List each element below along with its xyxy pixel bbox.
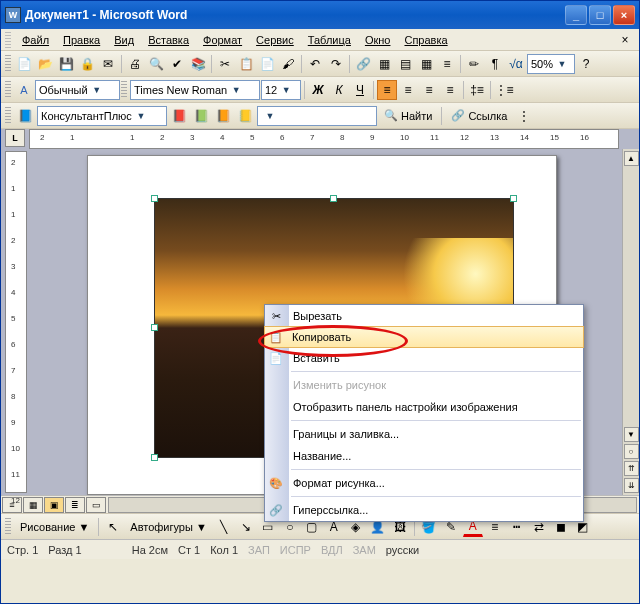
columns-button[interactable]: ≡ [437, 54, 457, 74]
tables-button[interactable]: ▦ [374, 54, 394, 74]
consultant-more[interactable]: ⋮ [514, 106, 534, 126]
new-doc-button[interactable]: 📄 [14, 54, 34, 74]
outline-view-button[interactable]: ≣ [65, 497, 85, 513]
resize-handle[interactable] [330, 195, 337, 202]
consultant-toolbar: 📘 КонсультантПлюс▼ 📕 📗 📙 📒 ▼ 🔍Найти 🔗Ссы… [1, 103, 639, 129]
find-button[interactable]: 🔍Найти [379, 106, 437, 126]
consultant-icon[interactable]: 📘 [15, 106, 35, 126]
format-painter-button[interactable]: 🖌 [278, 54, 298, 74]
line-button[interactable]: ╲ [214, 517, 234, 537]
ctx-hyperlink[interactable]: 🔗Гиперссылка... [265, 499, 583, 521]
horizontal-ruler[interactable]: 2112345678910111213141516 [29, 129, 619, 149]
open-button[interactable]: 📂 [35, 54, 55, 74]
ruler-corner[interactable]: L [5, 129, 25, 147]
copy-button[interactable]: 📋 [236, 54, 256, 74]
scroll-down-button[interactable]: ▼ [624, 427, 639, 442]
align-left-button[interactable]: ≡ [377, 80, 397, 100]
toolbar-grip[interactable] [5, 518, 11, 536]
consultant-combo[interactable]: КонсультантПлюс▼ [37, 106, 167, 126]
doc-map-button[interactable]: ¶ [485, 54, 505, 74]
style-icon[interactable]: A [14, 80, 34, 100]
resize-handle[interactable] [151, 324, 158, 331]
zoom-combo[interactable]: 50%▼ [527, 54, 575, 74]
mdi-close-button[interactable]: × [615, 30, 635, 50]
ctx-caption[interactable]: Название... [265, 445, 583, 467]
ctx-cut[interactable]: ✂Вырезать [265, 305, 583, 327]
consultant-btn2[interactable]: 📗 [191, 106, 211, 126]
print-layout-button[interactable]: ▣ [44, 497, 64, 513]
ctx-borders-shading[interactable]: Границы и заливка... [265, 423, 583, 445]
arrow-button[interactable]: ↘ [236, 517, 256, 537]
italic-button[interactable]: К [329, 80, 349, 100]
resize-handle[interactable] [151, 195, 158, 202]
toolbar-grip[interactable] [5, 32, 11, 48]
maximize-button[interactable]: □ [589, 5, 611, 25]
menu-tools[interactable]: Сервис [250, 32, 300, 48]
web-view-button[interactable]: ▦ [23, 497, 43, 513]
undo-button[interactable]: ↶ [305, 54, 325, 74]
mail-button[interactable]: ✉ [98, 54, 118, 74]
formatting-toolbar: A Обычный▼ Times New Roman▼ 12▼ Ж К Ч ≡ … [1, 77, 639, 103]
consultant-btn4[interactable]: 📒 [235, 106, 255, 126]
help-button[interactable]: ? [576, 54, 596, 74]
font-combo[interactable]: Times New Roman▼ [130, 80, 260, 100]
redo-button[interactable]: ↷ [326, 54, 346, 74]
reading-view-button[interactable]: ▭ [86, 497, 106, 513]
drawing-button[interactable]: ✏ [464, 54, 484, 74]
font-size-combo[interactable]: 12▼ [261, 80, 301, 100]
ctx-copy[interactable]: 📋Копировать [264, 326, 584, 348]
align-right-button[interactable]: ≡ [419, 80, 439, 100]
link-button[interactable]: 🔗Ссылка [446, 106, 512, 126]
autoshapes-menu[interactable]: Автофигуры▼ [125, 517, 211, 537]
menu-table[interactable]: Таблица [302, 32, 357, 48]
line-spacing-button[interactable]: ‡≡ [467, 80, 487, 100]
menu-format[interactable]: Формат [197, 32, 248, 48]
menu-help[interactable]: Справка [398, 32, 453, 48]
align-center-button[interactable]: ≡ [398, 80, 418, 100]
spellcheck-button[interactable]: ✔ [167, 54, 187, 74]
vertical-ruler[interactable]: 21123456789101112 [5, 151, 27, 493]
vertical-scrollbar[interactable]: ▲ ▼ ○ ⇈ ⇊ [622, 149, 639, 495]
style-combo[interactable]: Обычный▼ [35, 80, 120, 100]
toolbar-grip[interactable] [5, 55, 11, 73]
prev-page-button[interactable]: ⇈ [624, 461, 639, 476]
minimize-button[interactable]: _ [565, 5, 587, 25]
underline-button[interactable]: Ч [350, 80, 370, 100]
consultant-btn1[interactable]: 📕 [169, 106, 189, 126]
resize-handle[interactable] [510, 195, 517, 202]
toolbar-grip[interactable] [5, 107, 11, 125]
browse-select-button[interactable]: ○ [624, 444, 639, 459]
drawing-menu[interactable]: Рисование▼ [15, 517, 94, 537]
print-button[interactable]: 🖨 [125, 54, 145, 74]
ctx-show-picture-toolbar[interactable]: Отобразить панель настройки изображения [265, 396, 583, 418]
research-button[interactable]: 📚 [188, 54, 208, 74]
toolbar-grip[interactable] [121, 81, 127, 99]
close-button[interactable]: × [613, 5, 635, 25]
insert-table-button[interactable]: ▤ [395, 54, 415, 74]
consultant-btn3[interactable]: 📙 [213, 106, 233, 126]
menu-view[interactable]: Вид [108, 32, 140, 48]
excel-button[interactable]: ▦ [416, 54, 436, 74]
bullets-button[interactable]: ⋮≡ [494, 80, 514, 100]
hyperlink-button[interactable]: 🔗 [353, 54, 373, 74]
select-objects-button[interactable]: ↖ [103, 517, 123, 537]
consultant-search[interactable]: ▼ [257, 106, 377, 126]
scroll-up-button[interactable]: ▲ [624, 151, 639, 166]
show-marks-button[interactable]: √α [506, 54, 526, 74]
ctx-format-picture[interactable]: 🎨Формат рисунка... [265, 472, 583, 494]
menu-window[interactable]: Окно [359, 32, 397, 48]
resize-handle[interactable] [151, 454, 158, 461]
menu-edit[interactable]: Правка [57, 32, 106, 48]
align-justify-button[interactable]: ≡ [440, 80, 460, 100]
preview-button[interactable]: 🔍 [146, 54, 166, 74]
ctx-paste[interactable]: 📄Вставить [265, 347, 583, 369]
bold-button[interactable]: Ж [308, 80, 328, 100]
save-button[interactable]: 💾 [56, 54, 76, 74]
toolbar-grip[interactable] [5, 81, 11, 99]
permission-button[interactable]: 🔒 [77, 54, 97, 74]
cut-button[interactable]: ✂ [215, 54, 235, 74]
next-page-button[interactable]: ⇊ [624, 478, 639, 493]
menu-insert[interactable]: Вставка [142, 32, 195, 48]
paste-button[interactable]: 📄 [257, 54, 277, 74]
menu-file[interactable]: Файл [16, 32, 55, 48]
